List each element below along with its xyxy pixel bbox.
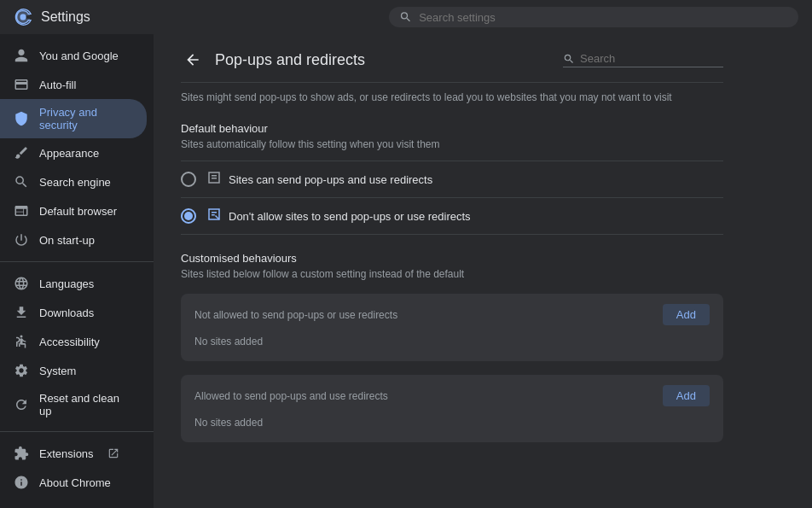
sidebar-item-privacy-and-security[interactable]: Privacy and security bbox=[0, 99, 147, 138]
svg-point-1 bbox=[20, 336, 23, 338]
sidebar-item-on-startup[interactable]: On start-up bbox=[0, 225, 147, 254]
search-icon bbox=[399, 10, 412, 24]
sidebar-item-accessibility[interactable]: Accessibility bbox=[0, 327, 147, 356]
radio-label-allow: Sites can send pop-ups and use redirects bbox=[229, 173, 432, 186]
info-icon bbox=[14, 475, 29, 490]
sidebar-label-about-chrome: About Chrome bbox=[39, 476, 111, 489]
radio-circle-allow bbox=[181, 172, 196, 187]
popup-allow-icon bbox=[206, 170, 222, 189]
sidebar-label-default-browser: Default browser bbox=[39, 205, 117, 218]
sidebar-item-downloads[interactable]: Downloads bbox=[0, 298, 147, 327]
radio-label-block: Don't allow sites to send pop-ups or use… bbox=[229, 210, 471, 223]
radio-label-group-allow: Sites can send pop-ups and use redirects bbox=[206, 170, 432, 189]
customised-title: Customised behaviours bbox=[181, 252, 723, 265]
sidebar-label-system: System bbox=[39, 365, 76, 377]
sidebar-item-extensions[interactable]: Extensions bbox=[0, 439, 147, 468]
radio-group-default-behaviour: Sites can send pop-ups and use redirects… bbox=[181, 161, 723, 235]
sidebar-item-languages[interactable]: Languages bbox=[0, 269, 147, 298]
accessibility-icon bbox=[14, 334, 29, 349]
svg-point-0 bbox=[20, 14, 26, 20]
sidebar: You and Google Auto-fill Privacy and sec… bbox=[0, 34, 154, 508]
content-inner: Pop-ups and redirects Sites might send p… bbox=[154, 34, 751, 470]
sidebar-label-privacy-and-security: Privacy and security bbox=[39, 106, 133, 131]
default-behaviour-title: Default behaviour bbox=[181, 122, 723, 135]
allowed-add-button[interactable]: Add bbox=[663, 385, 710, 406]
sidebar-item-you-and-google[interactable]: You and Google bbox=[0, 41, 147, 70]
allowed-block: Allowed to send pop-ups and use redirect… bbox=[181, 375, 723, 442]
settings-icon bbox=[14, 363, 29, 378]
sidebar-label-search-engine: Search engine bbox=[39, 176, 111, 189]
sidebar-item-search-engine[interactable]: Search engine bbox=[0, 167, 147, 196]
sidebar-item-about-chrome[interactable]: About Chrome bbox=[0, 468, 147, 497]
app-logo: Settings bbox=[14, 8, 389, 26]
default-behaviour-subtitle: Sites automatically follow this setting … bbox=[181, 138, 723, 150]
allowed-title: Allowed to send pop-ups and use redirect… bbox=[194, 390, 388, 402]
sidebar-label-downloads: Downloads bbox=[39, 307, 94, 319]
global-search-bar[interactable] bbox=[389, 7, 798, 27]
globe-icon bbox=[14, 276, 29, 291]
external-link-icon bbox=[107, 447, 119, 459]
sidebar-label-languages: Languages bbox=[39, 277, 94, 290]
customised-section: Customised behaviours Sites listed below… bbox=[181, 252, 723, 442]
brush-icon bbox=[14, 145, 29, 161]
radio-option-block[interactable]: Don't allow sites to send pop-ups or use… bbox=[181, 198, 723, 235]
back-button[interactable] bbox=[181, 48, 205, 72]
search-engine-icon bbox=[14, 174, 29, 190]
sidebar-label-auto-fill: Auto-fill bbox=[39, 79, 76, 91]
page-header: Pop-ups and redirects bbox=[181, 48, 723, 83]
not-allowed-block: Not allowed to send pop-ups or use redir… bbox=[181, 294, 723, 361]
allowed-no-sites: No sites added bbox=[194, 413, 710, 432]
shield-icon bbox=[14, 111, 29, 126]
page-search-icon bbox=[563, 53, 575, 65]
page-description: Sites might send pop-ups to show ads, or… bbox=[181, 90, 723, 105]
sidebar-label-on-startup: On start-up bbox=[39, 234, 95, 247]
sidebar-label-accessibility: Accessibility bbox=[39, 336, 100, 348]
sidebar-label-extensions: Extensions bbox=[39, 447, 94, 460]
sidebar-label-you-and-google: You and Google bbox=[39, 50, 119, 62]
credit-card-icon bbox=[14, 77, 29, 92]
sidebar-item-default-browser[interactable]: Default browser bbox=[0, 196, 147, 225]
not-allowed-block-header: Not allowed to send pop-ups or use redir… bbox=[194, 304, 710, 325]
sidebar-label-appearance: Appearance bbox=[39, 147, 99, 160]
person-icon bbox=[14, 48, 29, 63]
extension-icon bbox=[14, 446, 29, 461]
popup-block-icon bbox=[206, 207, 222, 225]
content-area: Pop-ups and redirects Sites might send p… bbox=[154, 34, 812, 508]
radio-circle-block bbox=[181, 208, 196, 224]
allowed-block-header: Allowed to send pop-ups and use redirect… bbox=[194, 385, 710, 406]
page-title: Pop-ups and redirects bbox=[215, 51, 553, 69]
not-allowed-add-button[interactable]: Add bbox=[663, 304, 710, 325]
global-search-input[interactable] bbox=[419, 11, 788, 24]
sidebar-label-reset-and-clean-up: Reset and clean up bbox=[39, 392, 133, 417]
sidebar-divider-1 bbox=[0, 261, 154, 262]
sidebar-item-system[interactable]: System bbox=[0, 356, 147, 385]
app-title: Settings bbox=[41, 9, 90, 25]
sidebar-item-reset-and-clean-up[interactable]: Reset and clean up bbox=[0, 385, 147, 424]
topbar: Settings bbox=[0, 0, 812, 34]
customised-subtitle: Sites listed below follow a custom setti… bbox=[181, 268, 723, 280]
web-icon bbox=[14, 203, 29, 219]
sidebar-item-auto-fill[interactable]: Auto-fill bbox=[0, 70, 147, 99]
radio-label-group-block: Don't allow sites to send pop-ups or use… bbox=[206, 207, 471, 225]
radio-option-allow[interactable]: Sites can send pop-ups and use redirects bbox=[181, 161, 723, 198]
not-allowed-title: Not allowed to send pop-ups or use redir… bbox=[194, 309, 397, 321]
not-allowed-no-sites: No sites added bbox=[194, 332, 710, 351]
sidebar-item-appearance[interactable]: Appearance bbox=[0, 138, 147, 167]
page-search-input[interactable] bbox=[580, 52, 723, 65]
refresh-icon bbox=[14, 397, 29, 412]
main-layout: You and Google Auto-fill Privacy and sec… bbox=[0, 34, 812, 508]
download-icon bbox=[14, 305, 29, 320]
page-search-bar[interactable] bbox=[563, 52, 723, 67]
power-icon bbox=[14, 232, 29, 248]
sidebar-divider-2 bbox=[0, 431, 154, 432]
chrome-logo-icon bbox=[14, 8, 32, 26]
